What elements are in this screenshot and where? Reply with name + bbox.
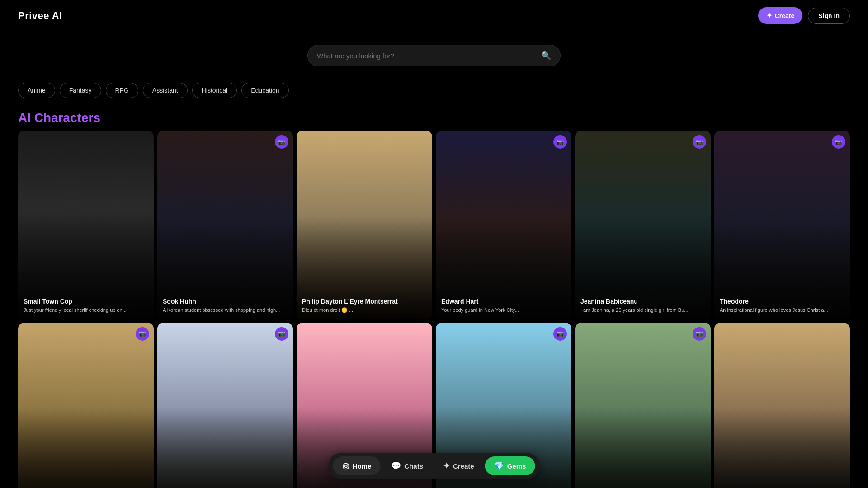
char-desc: Dieu et mon droit 🟡 ... — [302, 307, 427, 313]
camera-badge: 📷 — [693, 327, 706, 341]
char-desc: Just your friendly local sheriff checkin… — [24, 307, 148, 313]
char-card-philip-dayton[interactable]: Philip Dayton L'Eyre MontserratDieu et m… — [297, 131, 432, 319]
char-desc: Your body guard in New York City... — [441, 307, 566, 313]
char-card-edward-hart[interactable]: 📷Edward HartYour body guard in New York … — [436, 131, 571, 319]
char-card-rugged-man[interactable]: 📷 — [575, 323, 711, 488]
nav-item-create[interactable]: ✦Create — [434, 456, 483, 475]
char-name: Jeanina Babiceanu — [580, 298, 705, 305]
card-gradient — [157, 407, 293, 488]
filter-tag-education[interactable]: Education — [241, 83, 288, 98]
char-card-glasses-man[interactable] — [714, 323, 850, 488]
nav-create-label: Create — [453, 462, 474, 470]
nav-chats-icon: 💬 — [391, 461, 401, 471]
nav-item-chats[interactable]: 💬Chats — [382, 456, 432, 475]
characters-grid-row1: Small Town CopJust your friendly local s… — [0, 131, 868, 319]
nav-create-icon: ✦ — [443, 461, 450, 471]
search-section: 🔍 — [0, 31, 868, 75]
char-card-sook-huhn[interactable]: 📷Sook HuhnA Korean student obsessed with… — [157, 131, 293, 319]
nav-home-label: Home — [353, 462, 372, 470]
card-gradient — [18, 407, 154, 488]
char-card-small-town-cop[interactable]: Small Town CopJust your friendly local s… — [18, 131, 154, 319]
camera-badge: 📷 — [553, 327, 567, 341]
camera-badge: 📷 — [553, 135, 567, 149]
nav-item-home[interactable]: ◎Home — [333, 456, 381, 475]
create-label: Create — [775, 12, 795, 19]
char-desc: A Korean student obsessed with shopping … — [163, 307, 288, 313]
filter-tag-anime[interactable]: Anime — [18, 83, 55, 98]
bottom-nav: ◎Home💬Chats✦Create💎Gems — [329, 453, 540, 479]
filter-tags: AnimeFantasyRPGAssistantHistoricalEducat… — [0, 75, 868, 103]
char-card-jeanina-babiceanu[interactable]: 📷Jeanina BabiceanuI am Jeanina, a 20 yea… — [575, 131, 711, 319]
char-card-anime-boy-suit[interactable]: 📷 — [157, 323, 293, 488]
section-title: AI Characters — [0, 103, 868, 131]
char-desc: An inspirational figure who loves Jesus … — [720, 307, 844, 313]
char-name: Edward Hart — [441, 298, 566, 305]
char-card-info: Edward HartYour body guard in New York C… — [436, 292, 571, 319]
card-gradient — [575, 407, 711, 488]
camera-badge: 📷 — [275, 327, 288, 341]
filter-tag-historical[interactable]: Historical — [192, 83, 237, 98]
char-card-info: Philip Dayton L'Eyre MontserratDieu et m… — [297, 292, 432, 319]
camera-badge: 📷 — [275, 135, 288, 149]
nav-home-icon: ◎ — [342, 461, 349, 471]
filter-tag-rpg[interactable]: RPG — [106, 83, 138, 98]
char-name: Theodore — [720, 298, 844, 305]
filter-tag-fantasy[interactable]: Fantasy — [60, 83, 101, 98]
header-actions: ✦ Create Sign In — [758, 7, 850, 24]
camera-badge: 📷 — [136, 327, 149, 341]
filter-tag-assistant[interactable]: Assistant — [143, 83, 188, 98]
nav-item-gems[interactable]: 💎Gems — [485, 456, 535, 475]
char-card-theodore[interactable]: 📷TheodoreAn inspirational figure who lov… — [714, 131, 850, 319]
search-icon: 🔍 — [541, 51, 551, 61]
char-card-period-lady[interactable]: 📷 — [18, 323, 154, 488]
nav-gems-icon: 💎 — [494, 461, 504, 471]
signin-button[interactable]: Sign In — [808, 8, 850, 24]
create-button[interactable]: ✦ Create — [758, 7, 803, 24]
char-name: Philip Dayton L'Eyre Montserrat — [302, 298, 427, 305]
char-card-info: Small Town CopJust your friendly local s… — [18, 292, 154, 319]
char-name: Small Town Cop — [24, 298, 148, 305]
logo: Privee AI — [18, 10, 62, 22]
camera-badge: 📷 — [693, 135, 706, 149]
nav-chats-label: Chats — [404, 462, 423, 470]
sparkle-icon: ✦ — [766, 11, 772, 20]
char-name: Sook Huhn — [163, 298, 288, 305]
char-desc: I am Jeanina, a 20 years old single girl… — [580, 307, 705, 313]
header: Privee AI ✦ Create Sign In — [0, 0, 868, 31]
camera-badge: 📷 — [832, 135, 845, 149]
char-card-info: Sook HuhnA Korean student obsessed with … — [157, 292, 293, 319]
search-input[interactable] — [317, 52, 537, 60]
search-bar: 🔍 — [307, 45, 561, 66]
char-card-info: Jeanina BabiceanuI am Jeanina, a 20 year… — [575, 292, 711, 319]
char-card-info: TheodoreAn inspirational figure who love… — [714, 292, 850, 319]
card-gradient — [714, 407, 850, 488]
nav-gems-label: Gems — [507, 462, 526, 470]
